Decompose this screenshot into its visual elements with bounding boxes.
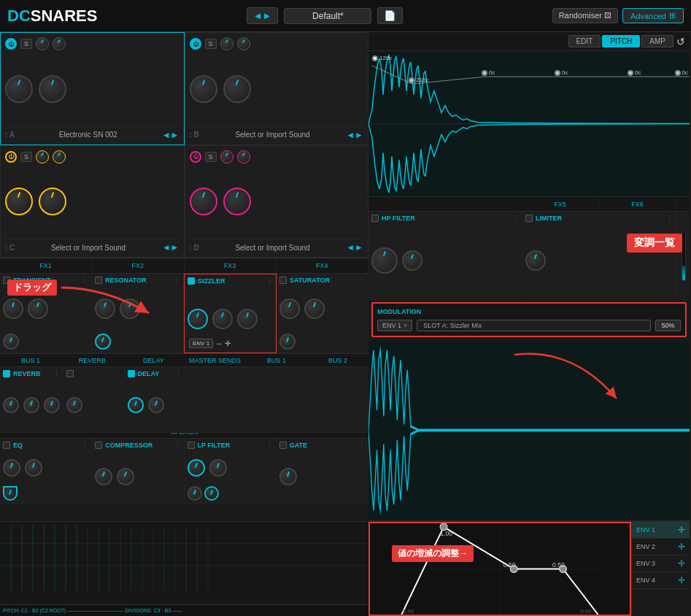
env-item-3[interactable]: ENV 3 ✛ bbox=[632, 555, 690, 572]
slot-d-main-knob1[interactable] bbox=[190, 188, 217, 215]
env3-add[interactable]: ✛ bbox=[678, 558, 685, 569]
fx-sizzler-menu[interactable]: ⋮ bbox=[266, 277, 273, 285]
bus-reverb-menu[interactable]: ⋮ bbox=[53, 370, 60, 377]
slot-c-main-knob1[interactable] bbox=[5, 188, 33, 215]
master-eq-knob3[interactable] bbox=[3, 486, 18, 501]
advanced-button[interactable]: Advanced ⊞ bbox=[622, 8, 684, 23]
slot-b-solo[interactable]: S bbox=[205, 39, 217, 49]
fx-resonator-knob1[interactable] bbox=[95, 299, 115, 319]
mod-close[interactable]: × bbox=[404, 322, 407, 329]
fx-saturator-knob2[interactable] bbox=[304, 299, 325, 319]
randomiser-button[interactable]: Randomiser ⚄ bbox=[552, 8, 618, 23]
fx-transient-knob2[interactable] bbox=[28, 299, 48, 319]
slot-b-main-knob2[interactable] bbox=[223, 75, 251, 103]
pitch-marker-4[interactable]: 0c bbox=[555, 69, 568, 76]
pitch-marker-6[interactable]: 0c bbox=[675, 69, 688, 76]
slot-c-arrows[interactable]: ◄► bbox=[162, 242, 179, 253]
slot-a-solo[interactable]: S bbox=[20, 39, 32, 49]
slot-c-main-knob2[interactable] bbox=[39, 188, 66, 215]
pitch-marker-3[interactable]: 0c bbox=[482, 69, 495, 76]
slot-d-arrows[interactable]: ◄► bbox=[346, 242, 363, 253]
env4-add[interactable]: ✛ bbox=[678, 575, 685, 585]
fx-resonator-knob3[interactable] bbox=[95, 334, 111, 350]
bus-fx2-knob1[interactable] bbox=[66, 397, 82, 413]
bus-delay-toggle[interactable] bbox=[128, 370, 135, 377]
master-lpf-toggle[interactable] bbox=[188, 442, 195, 449]
slot-c-solo[interactable]: S bbox=[20, 152, 32, 162]
refresh-button[interactable]: ↺ bbox=[676, 36, 685, 47]
master-lpf-menu[interactable]: ⋮ bbox=[266, 442, 273, 449]
pitch-marker-5[interactable]: 0c bbox=[628, 69, 641, 76]
master-lpf-knob2[interactable] bbox=[209, 459, 227, 477]
env1-add[interactable]: ✛ bbox=[678, 525, 685, 535]
bus-delay-knob1[interactable] bbox=[128, 397, 144, 413]
fx-hpf-toggle[interactable] bbox=[371, 215, 379, 222]
slot-c-knob1[interactable] bbox=[36, 150, 49, 163]
fx-saturator-knob3[interactable] bbox=[279, 334, 296, 350]
tab-pitch[interactable]: PITCH bbox=[602, 35, 640, 47]
master-gate-knob1[interactable] bbox=[279, 468, 297, 485]
fx-saturator-menu[interactable]: ⋮ bbox=[358, 277, 365, 284]
slot-a-arrows[interactable]: ◄► bbox=[162, 130, 179, 140]
fx-limiter-knob1[interactable] bbox=[525, 250, 546, 271]
slot-a-knob2[interactable] bbox=[53, 37, 66, 50]
slot-d-power[interactable] bbox=[190, 151, 201, 163]
tab-amp[interactable]: AMP bbox=[641, 35, 673, 47]
master-gate-menu[interactable]: ⋮ bbox=[358, 442, 365, 449]
master-gate-toggle[interactable] bbox=[279, 442, 287, 449]
fx-transient-knob3[interactable] bbox=[3, 334, 19, 350]
fx-hpf-knob1[interactable] bbox=[371, 247, 398, 274]
fx-resonator-toggle[interactable] bbox=[95, 277, 102, 284]
bus-reverb-knob1[interactable] bbox=[3, 397, 19, 413]
master-eq-knob2[interactable] bbox=[25, 459, 42, 477]
save-button[interactable]: 📄 bbox=[377, 7, 403, 24]
env-item-4[interactable]: ENV 4 ✛ bbox=[632, 572, 690, 589]
env-item-2[interactable]: ENV 2 ✛ bbox=[632, 539, 690, 555]
bus-delay-menu[interactable]: ⋮ bbox=[175, 370, 182, 377]
fx-transient-toggle[interactable] bbox=[3, 277, 10, 284]
fx-saturator-knob1[interactable] bbox=[279, 299, 300, 319]
pitch-marker-2[interactable]: 216c bbox=[409, 77, 428, 83]
bus-reverb-knob3[interactable] bbox=[44, 397, 60, 413]
master-lpf-knob1[interactable] bbox=[188, 459, 205, 477]
slot-a-knob1[interactable] bbox=[36, 37, 49, 50]
master-eq-knob1[interactable] bbox=[3, 459, 20, 477]
slot-d-solo[interactable]: S bbox=[205, 152, 217, 162]
master-lpf-knob3[interactable] bbox=[188, 486, 202, 501]
master-compressor-menu[interactable]: ⋮ bbox=[174, 442, 181, 449]
slot-c-knob2[interactable] bbox=[53, 150, 66, 163]
master-compressor-knob1[interactable] bbox=[95, 468, 112, 485]
slot-a-power[interactable] bbox=[5, 38, 17, 50]
slot-b-main-knob1[interactable] bbox=[190, 75, 217, 103]
slot-d-knob1[interactable] bbox=[220, 150, 233, 163]
fx-sizzler-knob1[interactable] bbox=[188, 309, 208, 329]
slot-b-knob1[interactable] bbox=[220, 37, 233, 50]
fx-saturator-toggle[interactable] bbox=[279, 277, 287, 284]
slot-a-main-knob2[interactable] bbox=[39, 75, 66, 103]
fx-sizzler-knob3[interactable] bbox=[237, 309, 258, 329]
slot-b-power[interactable] bbox=[190, 38, 201, 50]
bus-reverb-toggle[interactable] bbox=[3, 370, 10, 377]
slot-d-main-knob2[interactable] bbox=[223, 188, 251, 215]
pitch-marker-1[interactable]: 120c bbox=[372, 55, 392, 61]
fx-sizzler-knob2[interactable] bbox=[212, 309, 233, 329]
fx-resonator-menu[interactable]: ⋮ bbox=[174, 277, 180, 284]
master-compressor-toggle[interactable] bbox=[95, 442, 102, 449]
master-eq-toggle[interactable] bbox=[3, 442, 10, 449]
bus-delay-knob2[interactable] bbox=[148, 397, 164, 413]
slot-a-main-knob1[interactable] bbox=[5, 75, 33, 103]
master-lpf-knob4[interactable] bbox=[204, 486, 219, 501]
fx-limiter-toggle[interactable] bbox=[525, 215, 533, 222]
fx-resonator-knob2[interactable] bbox=[120, 299, 140, 319]
fx-sizzler-toggle[interactable] bbox=[188, 277, 195, 285]
slot-b-arrows[interactable]: ◄► bbox=[346, 130, 363, 140]
fx-transient-knob1[interactable] bbox=[3, 299, 23, 319]
fx-hpf-menu[interactable]: ⋮ bbox=[512, 215, 519, 222]
slot-c-power[interactable] bbox=[5, 151, 17, 163]
slot-d-knob2[interactable] bbox=[237, 150, 250, 163]
bus-fx2-toggle[interactable] bbox=[66, 370, 74, 377]
master-compressor-knob2[interactable] bbox=[117, 468, 134, 485]
env2-add[interactable]: ✛ bbox=[678, 542, 685, 552]
master-eq-menu[interactable]: ⋮ bbox=[82, 442, 88, 449]
nav-prev-button[interactable]: ◄► bbox=[247, 7, 279, 24]
